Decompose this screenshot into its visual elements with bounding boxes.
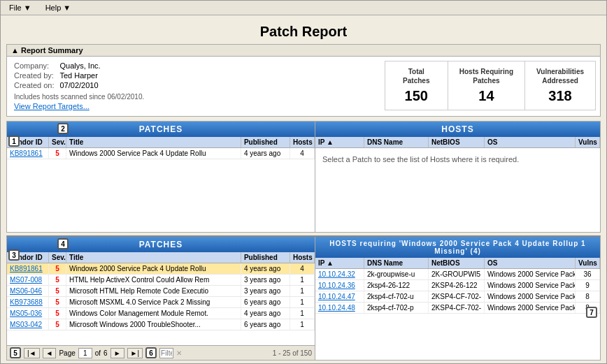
filter-input[interactable] (159, 348, 173, 358)
hosts-expanded-rows: 10.10.24.32 2k-groupwise-u 2K-GROUPWI5 W… (315, 269, 600, 360)
hosts-requiring-label: Hosts RequiringPatches (459, 67, 513, 85)
total-patches-value: 150 (397, 88, 436, 104)
patches-expanded-col-headers: Vendor ID Sev. Title Published Hosts (7, 252, 315, 263)
table-row[interactable]: MS06-046 5 Microsoft HTML Help Remote Co… (7, 286, 315, 297)
file-menu[interactable]: File ▼ (3, 2, 37, 13)
table-row[interactable]: KB891861 5 Windows 2000 Service Pack 4 U… (7, 148, 315, 159)
title-cell: HTML Help ActiveX Control Could Allow Re… (66, 275, 241, 285)
prev-page-button[interactable]: ◄ (43, 348, 57, 358)
exp-os-header: OS (485, 258, 576, 268)
title-cell: Microsoft HTML Help Remote Code Executio (66, 286, 241, 296)
hosts-expanded: HOSTS requiring 'Windows 2000 Service Pa… (315, 237, 600, 360)
vulns-cell: 8 (576, 291, 600, 302)
vendor-id-cell: MS05-036 (7, 308, 49, 319)
exp-vulns-header: Vulns (576, 258, 600, 268)
vendor-id-cell: MS06-046 (7, 286, 49, 296)
patches-expanded-rows: KB891861 5 Windows 2000 Service Pack 4 U… (7, 263, 315, 345)
netbios-cell: 2KSP4-CF-702- (429, 303, 485, 313)
created-by-value: Ted Harper (57, 71, 103, 80)
table-row[interactable]: KB891861 5 Windows 2000 Service Pack 4 U… (7, 263, 315, 275)
dns-cell: 2ksp4-26-122 (364, 280, 429, 291)
menu-bar: File ▼ Help ▼ (1, 1, 606, 15)
help-menu-arrow: ▼ (63, 3, 71, 12)
vendor-id-cell: MS07-008 (7, 275, 49, 285)
vulnerabilities-stat: VulnerabilitiesAddressed 318 (525, 61, 595, 110)
table-row[interactable]: MS03-042 5 Microsoft Windows 2000 Troubl… (7, 319, 315, 330)
sev-cell: 5 (49, 286, 66, 296)
last-page-button[interactable]: ►| (127, 348, 143, 358)
sev-cell: 5 (49, 148, 66, 159)
vulnerabilities-label: VulnerabilitiesAddressed (536, 67, 584, 85)
hosts-dns-header: DNS Name (364, 137, 429, 147)
hosts-ip-header: IP ▲ (315, 137, 364, 147)
main-window: File ▼ Help ▼ Patch Report ▲ Report Summ… (0, 0, 607, 364)
sev-cell: 5 (49, 263, 66, 274)
filter-clear-button[interactable]: ✕ (176, 349, 182, 357)
vulnerabilities-value: 318 (536, 88, 584, 104)
hosts-expanded-col-headers: IP ▲ DNS Name NetBIOS OS Vulns (315, 258, 600, 269)
callout-5: 5 (10, 347, 21, 358)
hosts-cell: 1 (290, 275, 315, 285)
vendor-id-cell: MS03-042 (7, 319, 49, 330)
hosts-header-top: HOSTS (315, 122, 600, 137)
first-page-button[interactable]: |◄ (24, 348, 40, 358)
next-page-button[interactable]: ► (110, 348, 124, 358)
netbios-cell: 2K-GROUPWI5 (429, 269, 485, 279)
created-by-label: Created by: (11, 71, 57, 80)
title-cell: Microsoft MSXML 4.0 Service Pack 2 Missi… (66, 297, 241, 307)
report-summary-box: ▲ Report Summary Company: Qualys, Inc. C… (6, 44, 601, 117)
exp-title-header: Title (66, 252, 241, 263)
os-cell: Windows 2000 Service Pack 3~ (485, 291, 576, 302)
view-report-targets-link[interactable]: View Report Targets... (11, 101, 378, 112)
vendor-id-cell: KB891861 (7, 148, 49, 159)
callout-4: 4 (57, 238, 69, 249)
callout-2: 2 (57, 123, 69, 134)
ip-cell: 10.10.24.32 (315, 269, 364, 279)
published-cell: 4 years ago (241, 263, 290, 274)
title-cell: Microsoft Windows 2000 TroubleShooter... (66, 319, 241, 330)
published-cell: 4 years ago (241, 308, 290, 319)
created-on-label: Created on: (11, 80, 57, 90)
table-row[interactable]: MS07-008 5 HTML Help ActiveX Control Cou… (7, 275, 315, 286)
dns-cell: 2ksp4-cf-702-u (364, 291, 429, 302)
patches-pagination: 5 |◄ ◄ Page of 6 ► ►| 6 ✕ 1 - 25 of 150 (7, 345, 315, 360)
table-row[interactable]: 10.10.24.47 2ksp4-cf-702-u 2KSP4-CF-702-… (315, 291, 600, 303)
exp-hosts-header: Hosts (290, 252, 315, 263)
created-on-value: 07/02/2010 (57, 80, 103, 90)
exp-published-header: Published (241, 252, 290, 263)
hosts-netbios-header: NetBIOS (429, 137, 485, 147)
total-patches-stat: TotalPatches 150 (385, 61, 448, 110)
vendor-id-cell: KB973688 (7, 297, 49, 307)
page-input[interactable] (78, 348, 92, 358)
hosts-cell: 1 (290, 286, 315, 296)
ip-cell: 10.10.24.47 (315, 291, 364, 302)
company-label: Company: (11, 61, 57, 71)
dns-cell: 2k-groupwise-u (364, 269, 429, 279)
os-cell: Windows 2000 Service Pack 3~ (485, 280, 576, 291)
published-cell: 3 years ago (241, 275, 290, 285)
callout-3: 3 (8, 249, 20, 261)
report-info-table: Company: Qualys, Inc. Created by: Ted Ha… (11, 61, 103, 90)
ip-cell: 10.10.24.36 (315, 280, 364, 291)
table-row[interactable]: 10.10.24.32 2k-groupwise-u 2K-GROUPWI5 W… (315, 269, 600, 280)
table-row[interactable]: 10.10.24.48 2ksp4-cf-702-p 2KSP4-CF-702-… (315, 303, 600, 314)
hosts-cell: 4 (290, 148, 315, 159)
sev-cell: 5 (49, 275, 66, 285)
patches-title-header: Title (66, 137, 241, 147)
hosts-cell: 1 (290, 297, 315, 307)
published-cell: 4 years ago (241, 148, 290, 159)
report-summary-header[interactable]: ▲ Report Summary (7, 45, 600, 57)
patches-col-headers-top: Vendor ID Sev. Title Published Hosts (7, 137, 315, 148)
file-menu-arrow: ▼ (24, 3, 31, 12)
table-row[interactable]: 10.10.24.36 2ksp4-26-122 2KSP4-26-122 Wi… (315, 280, 600, 291)
help-menu[interactable]: Help ▼ (40, 2, 77, 13)
table-row[interactable]: MS05-036 5 Windows Color Management Modu… (7, 308, 315, 319)
includes-text: Includes hosts scanned since 06/02/2010. (11, 93, 378, 101)
page-of-label: of (95, 349, 101, 357)
hosts-panel-top: HOSTS IP ▲ DNS Name NetBIOS OS Vulns Sel… (315, 122, 600, 232)
netbios-cell: 2KSP4-26-122 (429, 280, 485, 291)
hosts-vulns-header: Vulns (576, 137, 600, 147)
os-cell: Windows 2000 Service Pack 3~ (485, 303, 576, 313)
table-row[interactable]: KB973688 5 Microsoft MSXML 4.0 Service P… (7, 297, 315, 308)
netbios-cell: 2KSP4-CF-702- (429, 291, 485, 302)
